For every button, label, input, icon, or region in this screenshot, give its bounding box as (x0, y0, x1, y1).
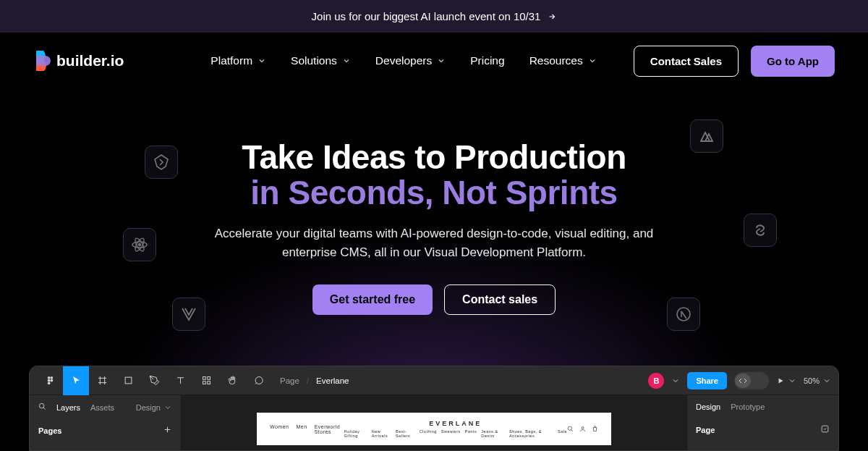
logo[interactable]: builder.io (33, 51, 124, 71)
contact-sales-hero-button[interactable]: Contact sales (444, 284, 556, 315)
svg-point-7 (47, 379, 50, 382)
svg-rect-11 (203, 377, 205, 380)
svg-point-15 (39, 403, 43, 408)
next-icon (667, 298, 700, 331)
plus-icon[interactable] (163, 425, 172, 436)
chevron-down-icon (258, 56, 266, 65)
svelte-icon (744, 214, 777, 247)
search-icon[interactable] (38, 402, 46, 412)
nav-item-developers[interactable]: Developers (375, 54, 446, 67)
figma-body: Layers Assets Design Pages Women Men Eve… (30, 395, 838, 450)
hero-cta: Get started free Contact sales (312, 284, 556, 315)
export-icon[interactable] (820, 424, 830, 435)
svg-rect-14 (207, 382, 210, 384)
share-button[interactable]: Share (687, 372, 727, 389)
tab-design[interactable]: Design (696, 402, 720, 411)
hero-title-line1: Take Ideas to Production (242, 138, 626, 176)
frame-right-icons (567, 426, 598, 433)
right-panel: Design Prototype Page (686, 395, 838, 450)
announcement-banner[interactable]: Join us for our biggest AI launch event … (0, 0, 868, 33)
tab-prototype[interactable]: Prototype (731, 402, 765, 411)
vue-icon (172, 298, 205, 331)
nav-item-resources[interactable]: Resources (529, 54, 597, 67)
tab-assets[interactable]: Assets (90, 403, 114, 412)
left-panel: Layers Assets Design Pages (30, 395, 182, 450)
frame-center-nav: Holiday Gifting New Arrivals Best-Seller… (344, 429, 567, 438)
hero-title: Take Ideas to Production in Seconds, Not… (242, 140, 626, 210)
left-design-dropdown[interactable]: Design (136, 403, 172, 412)
svg-rect-12 (207, 377, 210, 380)
nav-item-solutions[interactable]: Solutions (291, 54, 351, 67)
comment-tool-icon[interactable] (245, 366, 271, 395)
svg-point-16 (568, 426, 571, 430)
figma-window: Page / Everlane B Share 50% Layers Asset… (29, 366, 839, 451)
svg-point-3 (138, 243, 140, 245)
nav-item-pricing[interactable]: Pricing (470, 54, 504, 67)
svg-rect-10 (125, 377, 132, 384)
svg-point-5 (47, 376, 50, 379)
chevron-down-icon (788, 376, 796, 385)
canvas[interactable]: Women Men Everworld Stores EVERLANE Holi… (182, 395, 686, 450)
chevron-down-icon (342, 56, 351, 65)
svg-point-6 (50, 376, 53, 379)
avatar[interactable]: B (648, 373, 664, 389)
text-tool-icon[interactable] (167, 366, 193, 395)
hand-tool-icon[interactable] (219, 366, 245, 395)
figma-toolbar: Page / Everlane B Share 50% (30, 366, 838, 395)
frame-everlane-header[interactable]: Women Men Everworld Stores EVERLANE Holi… (257, 413, 611, 445)
react-icon (123, 228, 156, 261)
get-started-button[interactable]: Get started free (312, 284, 433, 315)
page-section: Page (687, 417, 838, 442)
tab-layers[interactable]: Layers (56, 403, 80, 412)
breadcrumb-file[interactable]: Everlane (316, 376, 349, 385)
right-panel-tabs: Design Prototype (687, 395, 838, 417)
nav-item-platform[interactable]: Platform (210, 54, 266, 67)
svg-point-17 (582, 426, 584, 429)
pen-tool-icon[interactable] (141, 366, 167, 395)
chevron-down-icon (588, 56, 597, 65)
breadcrumb-page[interactable]: Page (280, 376, 299, 385)
hero: Take Ideas to Production in Seconds, Not… (0, 89, 868, 366)
zoom-level[interactable]: 50% (804, 376, 831, 385)
dev-mode-toggle[interactable] (734, 372, 769, 389)
breadcrumb: Page / Everlane (280, 376, 349, 385)
pages-section[interactable]: Pages (30, 418, 181, 443)
present-button[interactable] (776, 376, 796, 385)
contact-sales-button[interactable]: Contact Sales (634, 46, 739, 77)
hero-title-line2: in Seconds, Not Sprints (242, 175, 626, 210)
nav-items: Platform Solutions Developers Pricing Re… (210, 54, 596, 67)
main-nav: builder.io Platform Solutions Developers… (0, 33, 868, 89)
chevron-down-icon (437, 56, 446, 65)
frame-brand: EVERLANE (429, 420, 482, 427)
toolbar-right: B Share 50% (648, 372, 831, 389)
go-to-app-button[interactable]: Go to App (751, 46, 835, 77)
hero-subtitle: Accelerate your digital teams with AI-po… (210, 224, 658, 263)
move-tool-icon[interactable] (63, 366, 89, 395)
code-icon (735, 374, 751, 388)
user-icon (579, 426, 586, 433)
search-icon (567, 426, 574, 433)
chevron-down-icon (163, 403, 172, 412)
resources-tool-icon[interactable] (193, 366, 219, 395)
svg-point-8 (50, 379, 53, 382)
left-panel-tabs: Layers Assets Design (30, 395, 181, 418)
figma-menu-icon[interactable] (37, 366, 63, 395)
chevron-down-icon[interactable] (671, 376, 680, 385)
frame-tool-icon[interactable] (89, 366, 115, 395)
nav-actions: Contact Sales Go to App (634, 46, 835, 77)
cart-icon (592, 426, 598, 433)
shape-tool-icon[interactable] (115, 366, 141, 395)
svg-rect-13 (203, 382, 205, 384)
svg-point-9 (47, 382, 50, 384)
arrow-right-icon (548, 12, 556, 21)
nuxt-icon (690, 119, 723, 153)
logo-text: builder.io (56, 52, 124, 69)
logo-mark-icon (33, 51, 51, 71)
banner-text: Join us for our biggest AI launch event … (312, 10, 541, 22)
chevron-down-icon (822, 376, 831, 385)
frame-left-nav: Women Men Everworld Stores (270, 424, 344, 434)
qwik-icon (145, 146, 178, 179)
